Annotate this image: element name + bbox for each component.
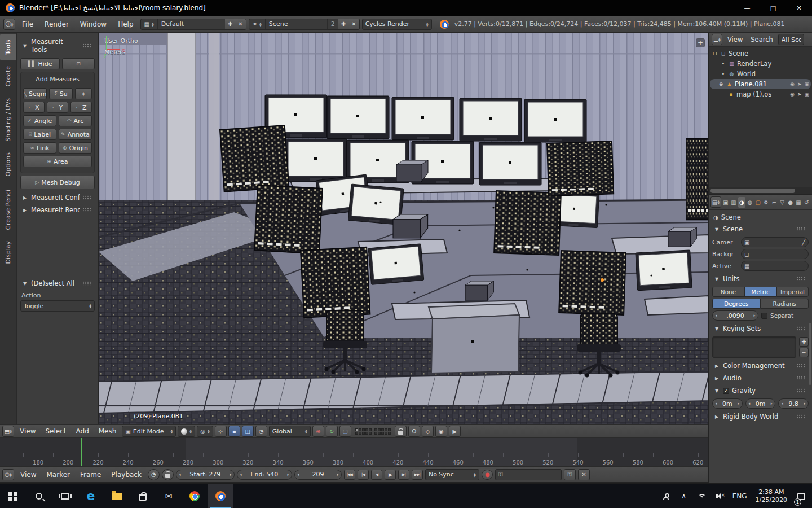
units-none-button[interactable]: None xyxy=(712,287,744,297)
measureit-ghost-button[interactable]: ⊡ xyxy=(62,58,95,69)
properties-scrollbar[interactable] xyxy=(809,323,811,385)
render-engine-dropdown[interactable]: Cycles Render▲▼ xyxy=(362,19,432,30)
frame-end-field[interactable]: ◂End:540▸ xyxy=(237,470,292,480)
editor-type-3dview-button[interactable]: ⬒▲▼ xyxy=(2,426,14,437)
gravity-z-field[interactable]: ◂9.8▸ xyxy=(778,398,809,409)
viewport-3d[interactable]: User Ortho Meters (209) Plane.081 x y + xyxy=(99,33,708,424)
units-degrees-button[interactable]: Degrees xyxy=(712,299,761,309)
units-panel-header[interactable]: ▼Units xyxy=(712,273,809,285)
scene-delete-button[interactable]: ✕ xyxy=(348,19,359,29)
store-button[interactable] xyxy=(130,484,156,508)
editor-type-properties-button[interactable]: ▤▲▼ xyxy=(710,196,721,208)
volume-button[interactable]: ✕ xyxy=(712,484,729,508)
minimize-button[interactable]: — xyxy=(734,0,760,16)
background-field[interactable]: ◻ xyxy=(741,249,809,259)
gravity-x-field[interactable]: ◂0m▸ xyxy=(712,398,743,409)
arc-button[interactable]: ◠Arc xyxy=(59,115,92,126)
tab-texture-icon[interactable]: ▦ xyxy=(795,197,802,208)
units-imperial-button[interactable]: Imperial xyxy=(776,287,809,297)
screen-layout-add-button[interactable]: ✚ xyxy=(225,19,235,29)
taskbar-clock[interactable]: 2:38 AM 1/25/2020 xyxy=(751,488,792,504)
editor-type-info-button[interactable]: ⓘ▲▼ xyxy=(3,19,15,30)
action-dropdown[interactable]: Toggle▲▼ xyxy=(20,300,95,312)
menu-tl-view[interactable]: View xyxy=(16,467,40,482)
occlude-geometry-button[interactable]: ◫ xyxy=(242,426,254,437)
measureit-config-panel-header[interactable]: ▶ MeasureIt Configura xyxy=(20,191,95,204)
snap-element-button[interactable]: ◇ xyxy=(422,426,434,437)
units-radians-button[interactable]: Radians xyxy=(761,299,809,309)
menu-add[interactable]: Add xyxy=(72,425,93,437)
frame-start-field[interactable]: ◂Start:279▸ xyxy=(176,470,235,480)
jump-prev-keyframe-button[interactable]: |◀ xyxy=(358,470,369,480)
hide-button[interactable]: ▌▌Hide xyxy=(20,58,60,69)
separate-units-checkbox[interactable] xyxy=(761,313,767,319)
active-clip-field[interactable]: ▦ xyxy=(741,261,809,271)
opengl-render-anim-button[interactable]: ▶ xyxy=(449,426,461,437)
delete-keyframe-button[interactable]: ✕ xyxy=(578,469,590,480)
collapse-icon[interactable]: ⊟ xyxy=(712,51,718,56)
screen-layout-name[interactable]: Default xyxy=(157,19,225,29)
blender-taskbar-button[interactable] xyxy=(208,484,233,508)
transform-orientation-dropdown[interactable]: Global▲▼ xyxy=(269,426,311,437)
tab-object-icon[interactable]: ▢ xyxy=(754,197,761,208)
tab-create[interactable]: Create xyxy=(0,60,16,93)
menu-view[interactable]: View xyxy=(16,425,39,437)
insert-keyframe-button[interactable]: ⚿ xyxy=(564,469,576,480)
outliner-item-plane081[interactable]: ⊕ ▲ Plane.081 ◉ ➤ ▣ xyxy=(710,79,811,89)
vertex-select-button[interactable]: ▪ xyxy=(228,426,240,437)
link-button[interactable]: ∞Link xyxy=(23,142,56,154)
start-button[interactable] xyxy=(0,484,26,508)
audio-panel-header[interactable]: ▶Audio xyxy=(712,372,809,384)
keying-sets-panel-header[interactable]: ▼Keying Sets xyxy=(712,322,809,335)
taskbar-search-button[interactable] xyxy=(26,484,52,508)
network-button[interactable] xyxy=(694,484,710,508)
menu-tl-marker[interactable]: Marker xyxy=(42,467,73,482)
outliner-item-scene[interactable]: ⊟ ◻ Scene xyxy=(710,49,811,59)
measure-x-button[interactable]: ⌐X xyxy=(23,102,45,113)
lock-time-button[interactable] xyxy=(162,469,174,480)
tab-tools[interactable]: Tools xyxy=(0,34,16,60)
opengl-render-still-button[interactable]: ◉ xyxy=(435,426,447,437)
maximize-button[interactable]: □ xyxy=(760,0,786,16)
add-keying-set-button[interactable]: ✚ xyxy=(799,337,809,347)
current-frame-playhead[interactable] xyxy=(81,438,82,466)
chrome-button[interactable] xyxy=(182,484,208,508)
current-frame-field[interactable]: ◂209▸ xyxy=(294,470,342,480)
proportional-edit-button[interactable]: ◔ xyxy=(255,426,267,437)
tab-render-layers-icon[interactable]: ▥ xyxy=(730,197,737,208)
timeline-ruler[interactable]: 180200220 240260280 300320340 360380400 … xyxy=(0,438,708,467)
renderable-camera-icon[interactable]: ▣ xyxy=(804,91,809,97)
area-button[interactable]: ⊞Area xyxy=(23,156,92,167)
tab-constraints-icon[interactable]: ⚙ xyxy=(762,197,770,208)
snap-magnet-button[interactable]: Ω xyxy=(408,426,420,437)
use-preview-range-button[interactable]: ◔ xyxy=(148,469,160,480)
deselect-all-panel-header[interactable]: ▼ (De)select All xyxy=(20,277,95,290)
rigid-body-panel-header[interactable]: ▶Rigid Body World xyxy=(712,410,809,423)
menu-help[interactable]: Help xyxy=(113,16,138,32)
pivot-point-dropdown[interactable]: ◎▲▼ xyxy=(197,426,213,437)
expand-icon[interactable]: ⊕ xyxy=(718,81,724,87)
gravity-checkbox[interactable]: ✓ xyxy=(723,388,729,394)
selectable-arrow-icon[interactable]: ➤ xyxy=(797,91,802,97)
close-button[interactable]: ✕ xyxy=(786,0,812,16)
tab-physics-icon[interactable]: ↺ xyxy=(803,197,810,208)
editor-type-timeline-button[interactable]: ◷▲▼ xyxy=(2,469,14,480)
units-metric-button[interactable]: Metric xyxy=(744,287,776,297)
people-button[interactable] xyxy=(657,484,674,508)
edge-button[interactable]: e xyxy=(78,484,104,508)
editor-type-outliner-button[interactable]: ☰▲▼ xyxy=(712,34,722,45)
viewport-shading-dropdown[interactable]: ▲▼ xyxy=(178,426,195,437)
annotate-button[interactable]: ✎Annota xyxy=(59,129,92,140)
sum-stepper[interactable]: ▲▼ xyxy=(75,88,92,99)
tab-material-icon[interactable]: ● xyxy=(787,197,794,208)
visibility-eye-icon[interactable]: ◉ xyxy=(790,81,795,87)
origin-button[interactable]: ⊕Origin xyxy=(59,142,92,154)
panel-grip-icon[interactable] xyxy=(82,43,92,48)
outliner-hscrollbar[interactable] xyxy=(709,187,812,195)
remove-keying-set-button[interactable]: − xyxy=(799,348,809,357)
tab-shading-uvs[interactable]: Shading / UVs xyxy=(0,93,16,147)
menu-tl-frame[interactable]: Frame xyxy=(76,467,105,482)
scene-browse-icon[interactable]: ⚭▲▼ xyxy=(249,19,265,29)
tab-grease-pencil[interactable]: Grease Pencil xyxy=(0,182,16,235)
menu-select[interactable]: Select xyxy=(41,425,70,437)
